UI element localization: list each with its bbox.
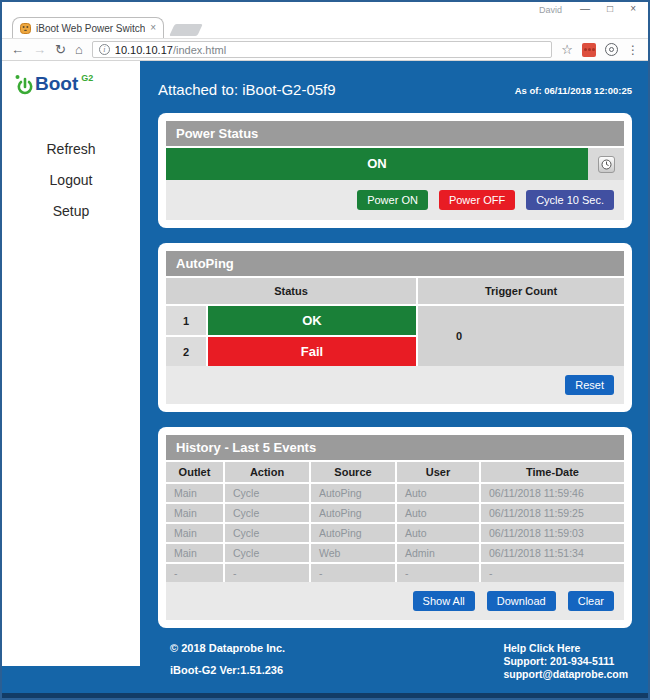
show-all-button[interactable]: Show All bbox=[413, 591, 475, 611]
support-phone: Support: 201-934-5111 bbox=[503, 655, 628, 668]
logo-superscript: G2 bbox=[81, 73, 93, 83]
browser-menu-icon[interactable]: ⋮ bbox=[627, 43, 639, 57]
history-cell: Admin bbox=[397, 544, 479, 562]
download-button[interactable]: Download bbox=[487, 591, 556, 611]
power-status-card: Power Status ON bbox=[158, 113, 632, 228]
home-icon[interactable]: ⌂ bbox=[75, 43, 83, 56]
cycle-button[interactable]: Cycle 10 Sec. bbox=[526, 190, 614, 210]
history-cell: 06/11/2018 11:51:34 bbox=[481, 544, 624, 562]
history-cell: 06/11/2018 11:59:03 bbox=[481, 524, 624, 542]
autoping-title: AutoPing bbox=[166, 251, 624, 276]
maximize-icon[interactable]: □ bbox=[607, 3, 613, 15]
back-icon[interactable]: ← bbox=[11, 43, 24, 56]
history-cell: AutoPing bbox=[311, 484, 395, 502]
autoping-col-status: Status bbox=[166, 278, 416, 304]
bookmark-star-icon[interactable]: ☆ bbox=[561, 42, 573, 57]
reset-button[interactable]: Reset bbox=[565, 375, 614, 395]
help-link[interactable]: Help Click Here bbox=[503, 642, 628, 655]
power-state-bar: ON bbox=[166, 148, 588, 180]
history-cell: Auto bbox=[397, 484, 479, 502]
autoping-row-number: 2 bbox=[166, 337, 206, 366]
history-cell: Main bbox=[166, 544, 223, 562]
autoping-trigger-count-value: 0 bbox=[418, 306, 624, 366]
tab-iboot[interactable]: iBoot Web Power Switch × bbox=[12, 17, 164, 38]
history-col-action: Action bbox=[225, 462, 309, 482]
tab-close-icon[interactable]: × bbox=[150, 23, 156, 33]
url-path: /index.html bbox=[173, 44, 226, 56]
forward-icon: → bbox=[33, 43, 46, 56]
history-cell: Auto bbox=[397, 504, 479, 522]
page-header: Attached to: iBoot-G2-05f9 As of: 06/11/… bbox=[158, 81, 632, 98]
clear-button[interactable]: Clear bbox=[568, 591, 614, 611]
page-info-icon[interactable]: i bbox=[99, 44, 110, 55]
history-cell: Main bbox=[166, 504, 223, 522]
sidebar-item-setup[interactable]: Setup bbox=[53, 203, 90, 219]
autoping-status-bar-1: OK bbox=[208, 306, 416, 335]
history-cell: Cycle bbox=[225, 544, 309, 562]
window-bottom-edge bbox=[2, 693, 648, 698]
sidebar-menu: Refresh Logout Setup bbox=[2, 141, 140, 219]
support-email-link[interactable]: support@dataprobe.com bbox=[503, 668, 628, 681]
outlet-favicon-icon bbox=[20, 23, 31, 34]
minimize-icon[interactable]: — bbox=[580, 3, 590, 15]
url-text[interactable]: 10.10.10.17/index.html bbox=[115, 44, 226, 56]
tab-strip: iBoot Web Power Switch × bbox=[2, 16, 648, 38]
power-off-button[interactable]: Power OFF bbox=[439, 190, 515, 210]
target-extension-icon[interactable] bbox=[605, 43, 618, 56]
history-cell: Main bbox=[166, 524, 223, 542]
history-cell: - bbox=[311, 564, 395, 582]
autoping-table: Status Trigger Count 1 OK 0 2 Fail bbox=[166, 278, 624, 366]
browser-profile-name[interactable]: David bbox=[539, 5, 562, 15]
autoping-row-number: 1 bbox=[166, 306, 206, 335]
cycle-timer-button[interactable] bbox=[598, 156, 615, 173]
history-body: Outlet Action Source User Time-Date Main… bbox=[166, 462, 624, 620]
power-on-button[interactable]: Power ON bbox=[357, 190, 428, 210]
browser-toolbar: ← → ↻ ⌂ i 10.10.10.17/index.html ☆ ⋮ bbox=[2, 38, 648, 61]
extension-icon[interactable] bbox=[582, 43, 596, 57]
version-text: iBoot-G2 Ver:1.51.236 bbox=[170, 664, 285, 676]
reload-icon[interactable]: ↻ bbox=[55, 43, 66, 56]
attached-to-title: Attached to: iBoot-G2-05f9 bbox=[158, 81, 336, 98]
close-icon[interactable]: × bbox=[630, 3, 636, 15]
main-content: Attached to: iBoot-G2-05f9 As of: 06/11/… bbox=[140, 61, 648, 693]
history-cell: - bbox=[481, 564, 624, 582]
sidebar-item-refresh[interactable]: Refresh bbox=[46, 141, 95, 157]
title-bar: David — □ × bbox=[2, 2, 648, 16]
history-table: Outlet Action Source User Time-Date Main… bbox=[166, 462, 624, 582]
power-symbol-icon bbox=[14, 73, 34, 97]
history-cell: - bbox=[166, 564, 223, 582]
history-cell: Auto bbox=[397, 524, 479, 542]
autoping-status-bar-2: Fail bbox=[208, 337, 416, 366]
history-col-user: User bbox=[397, 462, 479, 482]
history-col-source: Source bbox=[311, 462, 395, 482]
history-card: History - Last 5 Events Outlet Action So… bbox=[158, 427, 632, 628]
autoping-body: Status Trigger Count 1 OK 0 2 Fail Reset bbox=[166, 278, 624, 404]
iboot-logo: Boot G2 bbox=[14, 73, 140, 97]
autoping-card: AutoPing Status Trigger Count 1 OK 0 2 F… bbox=[158, 243, 632, 412]
clock-icon bbox=[601, 159, 612, 170]
history-cell: Cycle bbox=[225, 484, 309, 502]
history-cell: - bbox=[397, 564, 479, 582]
history-cell: - bbox=[225, 564, 309, 582]
history-cell: 06/11/2018 11:59:25 bbox=[481, 504, 624, 522]
history-cell: Web bbox=[311, 544, 395, 562]
address-bar[interactable]: i 10.10.10.17/index.html bbox=[92, 41, 553, 58]
history-cell: Cycle bbox=[225, 524, 309, 542]
history-col-time-date: Time-Date bbox=[481, 462, 624, 482]
history-title: History - Last 5 Events bbox=[166, 435, 624, 460]
tab-title: iBoot Web Power Switch bbox=[36, 23, 145, 34]
power-status-body: ON Power ON bbox=[166, 148, 624, 220]
power-status-title: Power Status bbox=[166, 121, 624, 146]
new-tab-button[interactable] bbox=[169, 24, 203, 36]
history-cell: Cycle bbox=[225, 504, 309, 522]
history-cell: AutoPing bbox=[311, 524, 395, 542]
timer-cell bbox=[588, 148, 624, 180]
history-cell: AutoPing bbox=[311, 504, 395, 522]
url-host: 10.10.10.17 bbox=[115, 44, 173, 56]
sidebar: Boot G2 Refresh Logout Setup bbox=[2, 61, 140, 666]
history-cell: 06/11/2018 11:59:46 bbox=[481, 484, 624, 502]
as-of-timestamp: As of: 06/11/2018 12:00:25 bbox=[515, 85, 632, 98]
history-col-outlet: Outlet bbox=[166, 462, 223, 482]
autoping-col-trigger-count: Trigger Count bbox=[418, 278, 624, 304]
sidebar-item-logout[interactable]: Logout bbox=[50, 172, 93, 188]
